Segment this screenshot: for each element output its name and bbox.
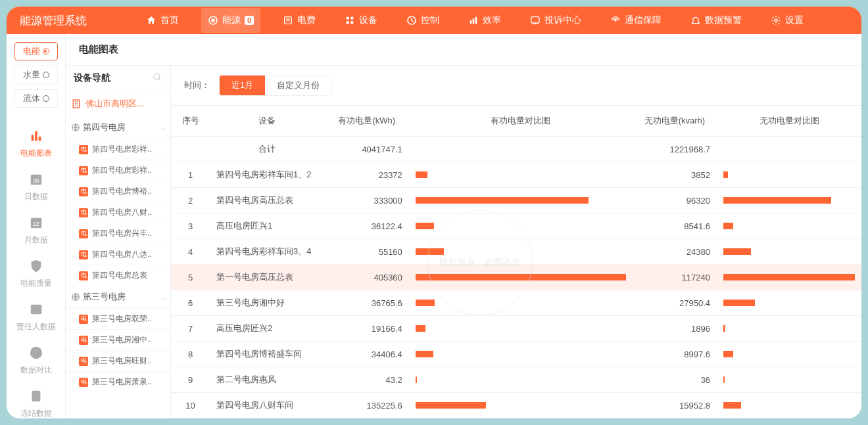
tree-leaf[interactable]: 电第三号电房湘中.. [66, 329, 170, 350]
cell-idx: 6 [171, 290, 210, 316]
table-row[interactable]: 8第四号电房博裕盛车间34406.48997.6 [171, 342, 861, 367]
cell-device: 第三号电房湘中好 [210, 290, 325, 316]
rail-item[interactable]: 12月数据 [7, 209, 65, 252]
cell-idx: 7 [171, 316, 210, 342]
table-row[interactable]: 7高压电房匠兴219166.41896 [171, 316, 861, 342]
tree-leaf[interactable]: 电第四号电房总表 [66, 265, 170, 286]
meter-icon: 电 [79, 187, 88, 196]
tree-leaf[interactable]: 电第三号电房旺财.. [66, 350, 170, 371]
table-row[interactable]: 9第二号电房惠风43.236 [171, 367, 861, 393]
rail-item[interactable]: 电能质量 [7, 252, 65, 296]
cell-device: 第二号电房惠风 [210, 367, 325, 393]
nav-item-efficiency[interactable]: 效率 [462, 8, 508, 33]
globe-icon [71, 292, 80, 302]
table-row[interactable]: 11高压电房四维135991.246058.4 [171, 418, 861, 419]
cell-active: 135225.6 [325, 393, 409, 418]
rail-tag[interactable]: 流体 [14, 89, 58, 108]
tree-group[interactable]: 第三号电房⌵ [66, 286, 170, 308]
total-reactive: 1221968.7 [633, 137, 717, 162]
cell-reactive-bar [717, 367, 861, 393]
cell-reactive: 27950.4 [633, 290, 717, 316]
nav-label: 效率 [483, 14, 501, 26]
radio-icon [43, 72, 49, 78]
rail-item[interactable]: 30日数据 [7, 166, 65, 209]
nav-item-home[interactable]: 首页 [139, 8, 185, 33]
tree-leaf[interactable]: 电第四号电房彩祥.. [66, 160, 170, 181]
table-row[interactable]: 1第四号电房彩祥车间1、2233723852 [171, 162, 861, 188]
nav-item-alert[interactable]: 数据预警 [684, 8, 748, 33]
table-row[interactable]: 6第三号电房湘中好36765.627950.4 [171, 290, 861, 316]
time-option-button[interactable]: 自定义月份 [265, 76, 331, 95]
total-active: 4041747.1 [325, 137, 409, 162]
rail-item[interactable]: 数据对比 [7, 339, 65, 382]
tree-leaf[interactable]: 电第三号电房萧泉.. [66, 371, 170, 392]
nav-item-fee[interactable]: 电费 [276, 8, 322, 33]
cell-reactive-bar [717, 239, 861, 265]
efficiency-icon [468, 15, 479, 26]
cell-active-bar [409, 418, 633, 419]
search-icon[interactable] [153, 72, 162, 84]
tree-group[interactable]: 第四号电房⌵ [66, 116, 170, 139]
table-row[interactable]: 3高压电房匠兴136122.48541.6 [171, 213, 861, 239]
nav-item-settings[interactable]: 设置 [764, 8, 810, 33]
table-header: 无功电量对比图 [717, 106, 861, 137]
nav-badge: 0 [245, 16, 254, 25]
table-header: 有功电量(kWh) [325, 106, 409, 137]
shield-icon [29, 259, 43, 275]
cell-active-bar [409, 162, 633, 188]
meter-icon: 电 [79, 357, 88, 366]
cell-reactive-bar [717, 418, 861, 419]
cell-reactive-bar [717, 213, 861, 239]
cell-idx: 8 [171, 342, 210, 367]
data-table-wrap[interactable]: 序号设备有功电量(kWh)有功电量对比图无功电量(kvarh)无功电量对比图 合… [171, 106, 861, 418]
table-total-row: 合计4041747.11221968.7 [171, 137, 861, 162]
top-nav: 能源管理系统 首页能源0电费设备控制效率投诉中心通信保障数据预警设置 [7, 7, 861, 34]
nav-item-control[interactable]: 控制 [400, 8, 446, 33]
tree-leaf[interactable]: 电第四号电房八财.. [66, 202, 170, 223]
svg-rect-21 [30, 305, 41, 315]
cell-active: 36122.4 [325, 213, 409, 239]
cell-reactive-bar [717, 265, 861, 290]
svg-rect-15 [35, 131, 37, 141]
nav-item-complaint[interactable]: 投诉中心 [523, 8, 588, 33]
nav-label: 首页 [160, 14, 179, 26]
tree-leaf-label: 第三号电房湘中.. [92, 334, 152, 346]
tree-leaf[interactable]: 电第三号电房双荣.. [66, 308, 170, 329]
nav-item-device[interactable]: 设备 [338, 8, 384, 33]
tree-leaf[interactable]: 电第四号电房彩祥.. [66, 139, 170, 160]
cell-reactive-bar [717, 162, 861, 188]
cell-device: 第四号电房彩祥车间1、2 [210, 162, 325, 188]
data-table: 序号设备有功电量(kWh)有功电量对比图无功电量(kvarh)无功电量对比图 合… [171, 106, 861, 418]
table-header: 无功电量(kvarh) [633, 106, 717, 137]
table-row[interactable]: 5第一号电房高压总表405360117240 [171, 265, 861, 290]
tree-root[interactable]: 佛山市高明区... [66, 91, 170, 116]
cell-reactive: 117240 [633, 265, 717, 290]
rail-item[interactable]: 责任人数据 [7, 296, 65, 339]
rail-item[interactable]: 电能图表 [7, 122, 65, 166]
app-title: 能源管理系统 [20, 13, 87, 28]
cell-reactive: 46058.4 [633, 418, 717, 419]
time-option-button[interactable]: 近1月 [220, 76, 265, 95]
radio-icon [43, 95, 49, 102]
nav-item-energy[interactable]: 能源0 [201, 8, 260, 33]
table-row[interactable]: 2第四号电房高压总表33300096320 [171, 188, 861, 213]
rail-tag[interactable]: 电能 [14, 42, 58, 60]
home-icon [146, 15, 157, 26]
cell-active: 23372 [325, 162, 409, 188]
cell-device: 第四号电房彩祥车间3、4 [210, 239, 325, 265]
rail-tag[interactable]: 水量 [14, 66, 58, 84]
rail-item[interactable]: 冻结数据 [7, 382, 65, 418]
people-icon [29, 302, 43, 319]
cell-idx: 5 [171, 265, 210, 290]
tree-leaf[interactable]: 电第四号电房兴丰.. [66, 223, 170, 244]
cell-device: 第四号电房博裕盛车间 [210, 342, 325, 367]
tree-leaf[interactable]: 电第四号电房博裕.. [66, 181, 170, 202]
cell-active-bar [409, 316, 633, 342]
nav-item-comm[interactable]: 通信保障 [604, 8, 668, 33]
cell-active: 405360 [325, 265, 409, 290]
svg-rect-6 [350, 21, 353, 24]
table-row[interactable]: 4第四号电房彩祥车间3、45516024380 [171, 239, 861, 265]
tree-leaf[interactable]: 电第四号电房八达.. [66, 244, 170, 265]
chevron-down-icon: ⌵ [161, 294, 165, 301]
table-row[interactable]: 10第四号电房八财车间135225.615952.8 [171, 393, 861, 418]
